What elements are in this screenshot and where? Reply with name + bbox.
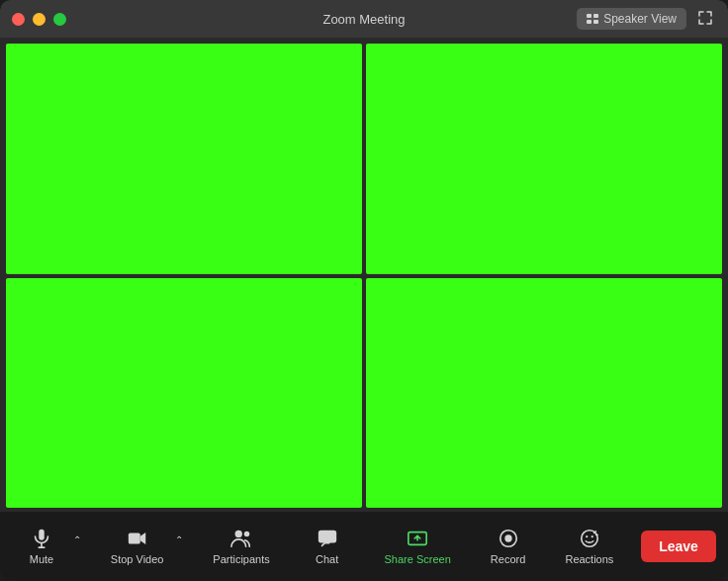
chat-label: Chat: [316, 553, 338, 565]
video-tile-4: [366, 278, 722, 509]
svg-rect-3: [128, 533, 139, 544]
svg-rect-6: [318, 531, 335, 543]
video-chevron[interactable]: ⌃: [173, 534, 185, 545]
microphone-icon: [31, 528, 52, 549]
svg-point-4: [235, 531, 242, 537]
record-button[interactable]: Record: [479, 522, 538, 571]
minimize-button[interactable]: [33, 13, 46, 26]
video-tile-1: [6, 44, 362, 274]
title-bar: Zoom Meeting Speaker View: [0, 0, 728, 38]
reactions-label: Reactions: [565, 553, 613, 565]
video-grid: [0, 38, 728, 512]
share-screen-label: Share Screen: [384, 553, 450, 565]
reactions-button[interactable]: Reactions: [555, 522, 623, 571]
video-tile-3: [6, 278, 362, 509]
window-title: Zoom Meeting: [322, 12, 405, 27]
top-toolbar: Speaker View: [577, 8, 716, 30]
zoom-window: Zoom Meeting Speaker View: [0, 0, 728, 581]
record-icon: [498, 528, 519, 549]
share-screen-icon: [407, 528, 428, 549]
chat-button[interactable]: Chat: [298, 522, 357, 571]
mute-group: Mute ⌃: [12, 522, 83, 571]
leave-button[interactable]: Leave: [641, 531, 716, 562]
svg-rect-0: [39, 530, 45, 540]
participants-icon: [230, 528, 252, 549]
stop-video-group: Stop Video ⌃: [101, 522, 186, 571]
mute-chevron[interactable]: ⌃: [71, 534, 83, 545]
video-tile-2: [366, 44, 722, 274]
share-screen-button[interactable]: Share Screen: [374, 522, 460, 571]
chat-icon: [317, 528, 338, 549]
svg-point-11: [586, 535, 588, 537]
participants-label: Participants: [213, 553, 269, 565]
mute-label: Mute: [30, 553, 53, 565]
svg-point-12: [592, 535, 593, 537]
fullscreen-icon: [698, 11, 712, 25]
mute-button[interactable]: Mute: [12, 522, 71, 571]
close-button[interactable]: [12, 13, 25, 26]
stop-video-label: Stop Video: [111, 553, 164, 565]
speaker-view-button[interactable]: Speaker View: [577, 8, 686, 30]
speaker-view-label: Speaker View: [603, 12, 677, 26]
video-icon: [127, 528, 148, 549]
svg-point-5: [244, 532, 250, 537]
record-label: Record: [491, 553, 525, 565]
maximize-button[interactable]: [53, 13, 66, 26]
svg-point-9: [504, 534, 511, 541]
traffic-lights: [12, 13, 66, 26]
speaker-view-icon: [587, 14, 598, 24]
participants-button[interactable]: Participants: [203, 522, 279, 571]
reactions-icon: [579, 528, 600, 549]
stop-video-button[interactable]: Stop Video: [101, 522, 174, 571]
bottom-toolbar: Mute ⌃ Stop Video ⌃ Participant: [0, 512, 728, 581]
fullscreen-button[interactable]: [694, 9, 716, 30]
